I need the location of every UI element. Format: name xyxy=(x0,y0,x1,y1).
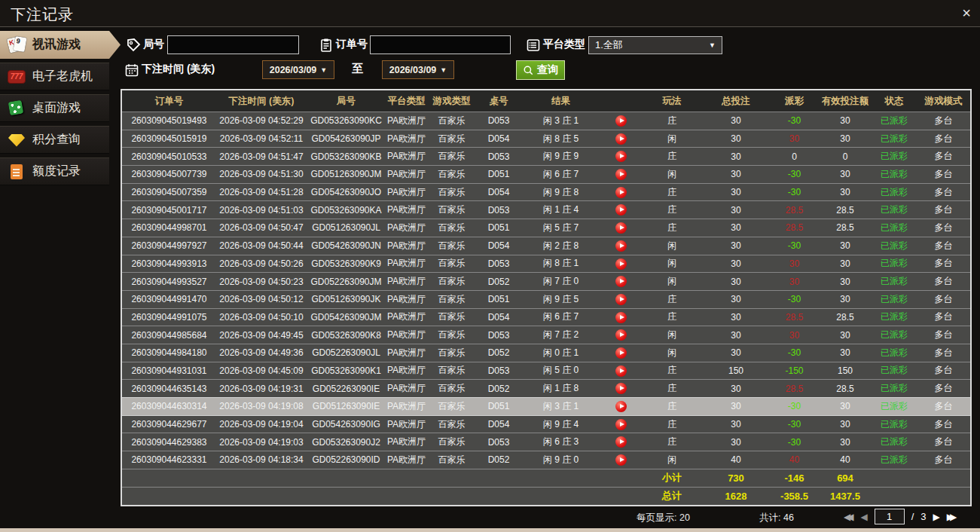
table-row[interactable]: 2603090450077392026-03-09 04:51:30GD0512… xyxy=(122,165,970,183)
order-number-input[interactable] xyxy=(370,35,511,54)
replay-video-icon[interactable] xyxy=(615,133,627,145)
replay-video-icon[interactable] xyxy=(615,329,627,341)
cell-table_no: D053 xyxy=(476,205,521,216)
bottom-edge-strip xyxy=(0,528,980,532)
table-row[interactable]: 2603090446293832026-03-09 04:19:03GD0532… xyxy=(122,433,970,451)
date-from-picker[interactable]: 2026/03/09 ▼ xyxy=(262,60,334,79)
cell-status: 已派彩 xyxy=(872,347,917,359)
replay-video-icon[interactable] xyxy=(615,294,627,305)
slot-777-icon: 777 xyxy=(8,70,26,84)
cell-round: GD051263090JL xyxy=(307,222,386,233)
platform-type-icon xyxy=(526,38,541,53)
replay-video-icon[interactable] xyxy=(615,454,627,466)
table-row[interactable]: 2603090450105332026-03-09 04:51:47GD0532… xyxy=(122,147,970,165)
replay-video-icon[interactable] xyxy=(615,222,627,234)
table-row[interactable]: 2603090449841802026-03-09 04:49:36GD0522… xyxy=(122,344,970,362)
replay-video-icon[interactable] xyxy=(615,151,627,162)
cell-valid_bet: 30 xyxy=(819,437,872,448)
search-icon xyxy=(523,65,534,76)
betting-records-window: 下注记录 × 视讯游戏777电子老虎机桌面游戏积分查询额度记录 局号 订单号 平… xyxy=(0,0,980,532)
sidebar-item-quota-records[interactable]: 额度记录 xyxy=(0,157,109,185)
replay-video-icon[interactable] xyxy=(615,276,627,287)
replay-video-icon[interactable] xyxy=(615,312,627,323)
table-row[interactable]: 2603090449987012026-03-09 04:50:47GD0512… xyxy=(122,219,970,237)
table-row[interactable]: 2603090450073592026-03-09 04:51:28GD0542… xyxy=(122,183,970,201)
cell-valid_bet: 694 xyxy=(819,472,872,484)
cell-platform: PA欧洲厅 xyxy=(386,168,427,181)
cell-play xyxy=(600,329,642,341)
table-row[interactable]: 2603090449856842026-03-09 04:49:45GD0532… xyxy=(122,326,970,344)
cell-result: 闲 0 庄 1 xyxy=(521,347,600,359)
table-row[interactable]: 2603090446233312026-03-09 04:18:34GD0522… xyxy=(122,451,970,469)
table-row[interactable]: 2603090449910752026-03-09 04:50:10GD0542… xyxy=(122,308,970,326)
table-row[interactable]: 2603090450159192026-03-09 04:52:11GD0542… xyxy=(122,130,970,148)
cell-order: 260309044993527 xyxy=(122,277,216,287)
sidebar-item-points-query[interactable]: 积分查询 xyxy=(0,126,109,154)
cell-order: 260309044630314 xyxy=(122,401,216,411)
column-header-total_bet: 总投注 xyxy=(702,95,770,108)
cell-platform: PA欧洲厅 xyxy=(386,293,427,306)
cell-valid_bet: 0 xyxy=(819,151,872,162)
table-row[interactable]: 2603090449979272026-03-09 04:50:44GD0542… xyxy=(122,237,970,255)
cell-order: 260309045019493 xyxy=(122,115,216,126)
table-row[interactable]: 2603090446351432026-03-09 04:19:31GD0522… xyxy=(122,379,970,397)
sidebar-item-video-games[interactable]: 视讯游戏 xyxy=(0,31,121,59)
current-page-input[interactable]: 1 xyxy=(875,509,905,524)
first-page-icon[interactable]: ◀◀ xyxy=(844,509,853,524)
sidebar-item-table-games[interactable]: 桌面游戏 xyxy=(0,94,109,122)
cell-time: 2026-03-09 04:50:23 xyxy=(216,277,307,287)
replay-video-icon[interactable] xyxy=(615,204,627,216)
replay-video-icon[interactable] xyxy=(615,258,627,270)
cell-total_bet: 30 xyxy=(702,419,770,430)
replay-video-icon[interactable] xyxy=(615,436,627,448)
cell-valid_bet: 30 xyxy=(819,330,872,341)
replay-video-icon[interactable] xyxy=(615,347,627,359)
next-page-icon[interactable]: ▶ xyxy=(933,509,940,524)
cell-total_bet: 30 xyxy=(702,222,770,233)
cell-valid_bet: 30 xyxy=(819,240,872,251)
table-row[interactable]: 2603090450017172026-03-09 04:51:03GD0532… xyxy=(122,200,970,219)
replay-video-icon[interactable] xyxy=(615,383,627,394)
sidebar-item-slot-machines[interactable]: 777电子老虎机 xyxy=(0,63,109,90)
page-total: 3 xyxy=(920,511,926,522)
replay-video-icon[interactable] xyxy=(615,115,627,127)
cell-total_bet: 30 xyxy=(702,258,770,269)
platform-type-select[interactable]: 1.全部 ▼ xyxy=(588,36,722,54)
round-number-input[interactable] xyxy=(167,35,299,54)
replay-video-icon[interactable] xyxy=(615,401,627,412)
cell-round: GD053263090KA xyxy=(307,205,386,216)
table-row[interactable]: 2603090449939132026-03-09 04:50:26GD0532… xyxy=(122,255,970,273)
last-page-icon[interactable]: ▶▶ xyxy=(947,509,957,524)
table-row[interactable]: 2603090446296772026-03-09 04:19:04GD0542… xyxy=(122,415,970,433)
cell-game: 百家乐 xyxy=(427,329,476,341)
cell-round: GD054263090IG xyxy=(307,419,386,430)
table-row[interactable]: 2603090450194932026-03-09 04:52:29GD0532… xyxy=(122,112,970,130)
cell-status: 已派彩 xyxy=(872,329,917,341)
replay-video-icon[interactable] xyxy=(615,419,627,430)
cell-time: 2026-03-09 04:19:31 xyxy=(216,384,307,394)
cell-total_bet: 30 xyxy=(702,151,770,162)
cell-order: 260309044985684 xyxy=(122,330,216,341)
cell-play xyxy=(600,133,642,144)
cell-total_bet: 30 xyxy=(702,294,770,304)
table-row[interactable]: 2603090449310312026-03-09 04:45:09GD0532… xyxy=(122,362,970,380)
cell-table_no: D054 xyxy=(476,419,521,430)
close-icon[interactable]: × xyxy=(962,5,971,21)
table-row[interactable]: 2603090449914702026-03-09 04:50:12GD0512… xyxy=(122,290,970,308)
cell-payout: -30 xyxy=(770,437,819,448)
cell-payout: 28.5 xyxy=(770,312,819,323)
cell-table_no: D053 xyxy=(476,115,521,126)
replay-video-icon[interactable] xyxy=(615,187,627,198)
replay-video-icon[interactable] xyxy=(615,169,627,180)
table-row[interactable]: 2603090449935272026-03-09 04:50:23GD0522… xyxy=(122,272,970,290)
query-button[interactable]: 查询 xyxy=(516,60,565,80)
replay-video-icon[interactable] xyxy=(615,240,627,252)
chevron-down-icon: ▼ xyxy=(709,41,716,49)
prev-page-icon[interactable]: ◀ xyxy=(860,509,867,524)
replay-video-icon[interactable] xyxy=(615,365,627,377)
cell-status: 已派彩 xyxy=(872,436,917,448)
date-to-picker[interactable]: 2026/03/09 ▼ xyxy=(382,60,454,79)
table-row[interactable]: 2603090446303142026-03-09 04:19:08GD0512… xyxy=(122,397,970,415)
platform-type-label: 平台类型 xyxy=(543,38,585,51)
cell-game: 百家乐 xyxy=(427,133,476,145)
